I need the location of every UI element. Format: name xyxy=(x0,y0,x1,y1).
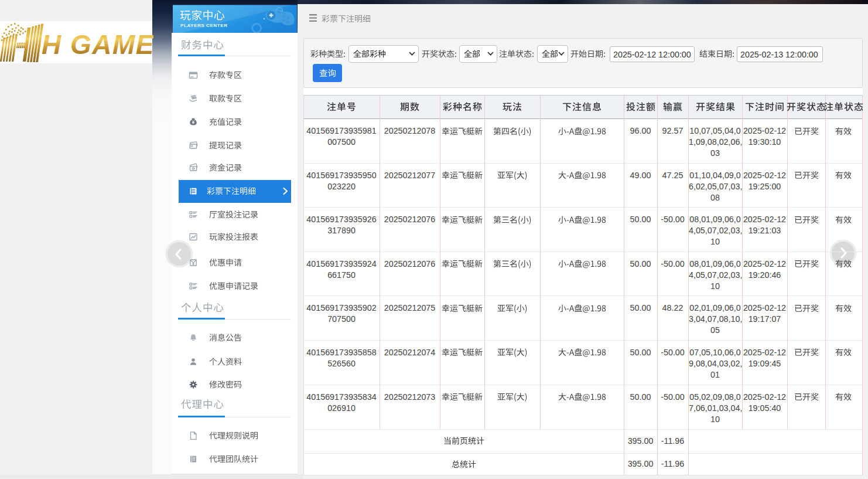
svg-text:H GAME: H GAME xyxy=(42,29,153,60)
